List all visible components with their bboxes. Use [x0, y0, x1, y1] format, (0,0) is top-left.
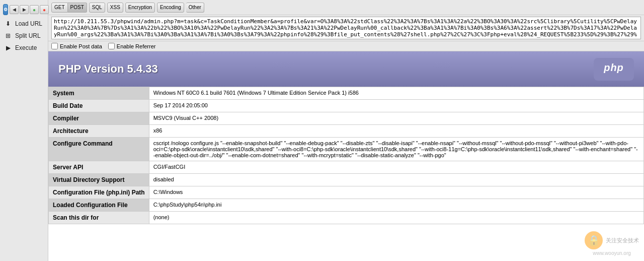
url-row: http://10.211.55.3/phpwind/admin.php?m=t…	[48, 15, 644, 41]
table-cell-value: CGI/FastCGI	[149, 161, 643, 174]
table-cell-label: Architecture	[49, 125, 149, 138]
other-button[interactable]: Other	[186, 3, 204, 13]
left-panel: ⚙ ◀ ▶ ● ● ⬇ Load URL ⊞ Split URL	[0, 0, 48, 261]
post-button[interactable]: POST	[68, 3, 87, 13]
table-row: Architecturex86	[49, 125, 644, 138]
split-url-label: Split URL	[15, 32, 41, 39]
get-label: GET	[54, 5, 65, 10]
status-dot-red: ●	[40, 5, 49, 14]
encryption-label: Encryption	[128, 5, 152, 10]
xss-label: XSS	[110, 5, 120, 10]
back-button[interactable]: ◀	[10, 5, 19, 14]
table-cell-value: MSVC9 (Visual C++ 2008)	[149, 112, 643, 125]
table-row: CompilerMSVC9 (Visual C++ 2008)	[49, 112, 644, 125]
svg-text:php: php	[603, 62, 624, 73]
table-cell-label: Scan this dir for	[49, 212, 149, 224]
encoding-button[interactable]: Encoding	[157, 3, 184, 13]
table-cell-label: Configure Command	[49, 138, 149, 161]
options-row: Enable Post data Enable Referrer	[48, 41, 644, 51]
php-header: PHP Version 5.4.33 php	[48, 51, 644, 87]
watermark: 🔒 关注安全技术 www.wooyun.org	[585, 231, 639, 256]
enable-post-checkbox[interactable]	[51, 43, 58, 49]
php-version: PHP Version 5.4.33	[58, 62, 158, 76]
app-icon: ⚙	[4, 7, 8, 12]
table-cell-value: disabled	[149, 174, 643, 186]
php-info-table: SystemWindows NT 60C0 6.1 build 7601 (Wi…	[48, 87, 644, 224]
table-cell-value: (none)	[149, 212, 643, 224]
enable-post-checkbox-label[interactable]: Enable Post data	[51, 43, 102, 49]
table-cell-value: C:\phpStudy\php54n\php.ini	[149, 199, 643, 212]
table-cell-label: Configuration File (php.ini) Path	[49, 186, 149, 199]
method-segment: GET POST	[51, 3, 87, 13]
table-row: SystemWindows NT 60C0 6.1 build 7601 (Wi…	[49, 87, 644, 100]
watermark-slogan: 关注安全技术	[606, 237, 639, 244]
php-logo: php	[594, 58, 634, 81]
right-content: GET POST SQL XSS Encryption Encoding Oth…	[48, 0, 644, 261]
load-url-label: Load URL	[15, 20, 42, 27]
execute-icon: ▶	[4, 44, 12, 52]
table-cell-label: Loaded Configuration File	[49, 199, 149, 212]
enable-referrer-checkbox[interactable]	[108, 43, 115, 49]
encoding-label: Encoding	[160, 5, 181, 10]
encryption-button[interactable]: Encryption	[125, 3, 155, 13]
table-cell-value: C:\Windows	[149, 186, 643, 199]
table-row: Configuration File (php.ini) PathC:\Wind…	[49, 186, 644, 199]
table-cell-value: Windows NT 60C0 6.1 build 7601 (Windows …	[149, 87, 643, 100]
main-layout: ⚙ ◀ ▶ ● ● ⬇ Load URL ⊞ Split URL	[0, 0, 644, 261]
execute-item[interactable]: ▶ Execute	[2, 42, 48, 53]
post-label: POST	[70, 5, 84, 10]
sql-label: SQL	[92, 5, 102, 10]
watermark-icon: 🔒	[585, 231, 603, 249]
sql-button[interactable]: SQL	[89, 3, 105, 13]
back-icon: ◀	[13, 7, 16, 12]
status-dot-green: ●	[30, 5, 39, 14]
enable-post-label: Enable Post data	[60, 43, 102, 49]
php-logo-text: php	[594, 57, 634, 81]
url-input[interactable]: http://10.211.55.3/phpwind/admin.php?m=t…	[51, 17, 641, 39]
table-row: Server APICGI/FastCGI	[49, 161, 644, 174]
action-items: ⬇ Load URL ⊞ Split URL ▶ Execute	[0, 15, 48, 53]
table-row: Build DateSep 17 2014 20:05:00	[49, 100, 644, 112]
top-nav: GET POST SQL XSS Encryption Encoding Oth…	[48, 0, 644, 15]
table-cell-label: Server API	[49, 161, 149, 174]
other-label: Other	[189, 5, 201, 10]
table-cell-value: x86	[149, 125, 643, 138]
get-button[interactable]: GET	[51, 3, 68, 13]
table-cell-value: Sep 17 2014 20:05:00	[149, 100, 643, 112]
table-cell-value: cscript /nologo configure.js "--enable-s…	[149, 138, 643, 161]
forward-icon: ▶	[23, 7, 26, 12]
table-row: Configure Commandcscript /nologo configu…	[49, 138, 644, 161]
table-row: Scan this dir for(none)	[49, 212, 644, 224]
content-area: PHP Version 5.4.33 php SystemWindows NT …	[48, 51, 644, 261]
watermark-url: www.wooyun.org	[593, 250, 631, 256]
app-icon-button[interactable]: ⚙	[3, 4, 8, 15]
table-cell-label: Compiler	[49, 112, 149, 125]
execute-label: Execute	[15, 44, 37, 51]
table-row: Loaded Configuration FileC:\phpStudy\php…	[49, 199, 644, 212]
load-url-icon: ⬇	[4, 20, 12, 28]
enable-referrer-checkbox-label[interactable]: Enable Referrer	[108, 43, 156, 49]
watermark-text-block: 关注安全技术	[606, 237, 639, 244]
forward-button[interactable]: ▶	[20, 5, 29, 14]
table-cell-label: System	[49, 87, 149, 100]
table-cell-label: Build Date	[49, 100, 149, 112]
split-url-item[interactable]: ⊞ Split URL	[2, 30, 48, 41]
load-url-item[interactable]: ⬇ Load URL	[2, 18, 48, 29]
xss-button[interactable]: XSS	[107, 3, 123, 13]
enable-referrer-label: Enable Referrer	[117, 43, 156, 49]
nav-group: ◀ ▶ ● ●	[10, 5, 49, 14]
table-row: Virtual Directory Supportdisabled	[49, 174, 644, 186]
left-panel-top: ⚙ ◀ ▶ ● ●	[0, 2, 48, 15]
split-url-icon: ⊞	[4, 32, 12, 40]
table-cell-label: Virtual Directory Support	[49, 174, 149, 186]
